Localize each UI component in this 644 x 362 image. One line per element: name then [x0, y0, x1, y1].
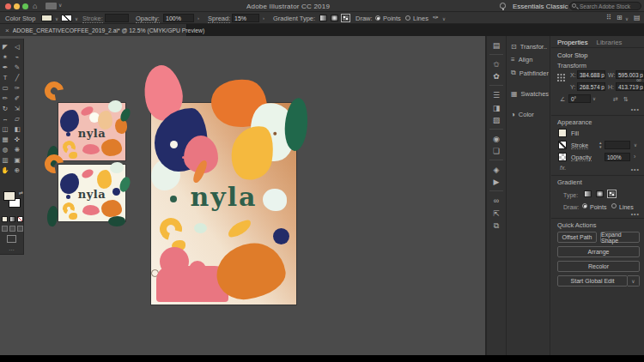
points-radio[interactable]	[582, 203, 587, 208]
links-panel-icon[interactable]: ∞	[489, 194, 503, 207]
draw-behind-icon[interactable]	[9, 226, 15, 232]
panel-button-align[interactable]: ≡ Align	[507, 53, 550, 66]
y-field[interactable]: 268.574 px	[577, 82, 605, 91]
draw-normal-icon[interactable]	[2, 226, 8, 232]
gradient-tool-icon[interactable]: ◧	[12, 124, 23, 134]
gradient-panel-icon[interactable]: ◨	[489, 101, 503, 114]
swap-fill-stroke-icon[interactable]: ⇄	[19, 190, 23, 196]
start-global-edit-button[interactable]: Start Global Edit	[557, 275, 628, 287]
libraries-panel-icon[interactable]: ⧉	[489, 220, 503, 232]
zoom-tool-icon[interactable]: ⊕	[12, 165, 23, 175]
expand-shape-button[interactable]: Expand Shape	[600, 232, 640, 243]
fill-swatch[interactable]	[558, 129, 567, 137]
discover-icon[interactable]	[500, 3, 506, 9]
linear-gradient-button[interactable]	[319, 15, 327, 21]
shape-orange-bottom[interactable]	[101, 139, 122, 156]
shape-yellow-dot[interactable]	[69, 213, 77, 220]
arrange-button[interactable]: Arrange	[557, 246, 640, 257]
flip-vertical-icon[interactable]: ⇅	[623, 96, 629, 103]
graphic-styles-panel-icon[interactable]: ❏	[489, 145, 503, 160]
panel-button-swatches[interactable]: ▦ Swatches	[507, 87, 550, 100]
shape-green-squiggle[interactable]	[46, 205, 58, 226]
close-tab-icon[interactable]: ×	[5, 27, 9, 34]
panel-button-pathfinder[interactable]: ⧉ Pathfinder	[507, 66, 550, 80]
zoom-window-button[interactable]	[22, 3, 28, 9]
expand-icon[interactable]: ›	[197, 15, 199, 21]
fill-color-swatch[interactable]	[3, 191, 15, 201]
lines-radio[interactable]	[405, 15, 410, 21]
x-field[interactable]: 384.688 px	[577, 70, 605, 79]
color-button[interactable]	[2, 216, 8, 222]
shape-yellow-squiggle[interactable]	[226, 217, 253, 239]
actions-panel-icon[interactable]: ▶	[489, 176, 503, 191]
tab-properties[interactable]: Properties	[557, 39, 588, 47]
panel-menu-icon[interactable]: ▤	[634, 14, 641, 21]
fill-swatch[interactable]	[41, 15, 52, 21]
business-card-2[interactable]: nyla	[58, 165, 125, 221]
hand-tool-icon[interactable]: ✋	[0, 165, 11, 175]
more-options-icon[interactable]: •••	[631, 166, 640, 172]
transparency-panel-icon[interactable]: ▨	[489, 114, 503, 130]
stroke-swatch[interactable]	[558, 141, 567, 149]
canvas[interactable]: ◤◁✶⌁✒✎T╱▭✑✏✐↻⇲↔▱◫◧▦✜◍❋▥▣✋⊕ ⇄ …	[0, 36, 644, 355]
stroke-panel-icon[interactable]: ☰	[489, 88, 503, 101]
document-setup-panel-icon[interactable]: ▤	[489, 39, 503, 55]
search-input[interactable]: Search Adobe Stock	[569, 2, 641, 10]
stroke-weight-field[interactable]	[105, 14, 129, 22]
shape-white-dot[interactable]	[170, 141, 178, 148]
stroke-weight-field[interactable]	[605, 141, 630, 149]
offset-path-button[interactable]: Offset Path	[557, 232, 597, 243]
rotate-tool-icon[interactable]: ↻	[0, 103, 11, 113]
flip-horizontal-icon[interactable]: ⇄	[613, 96, 618, 103]
fill-label[interactable]: Fill	[571, 130, 579, 136]
chevron-down-icon[interactable]: ∨	[592, 96, 596, 101]
opacity-field[interactable]: 100%	[163, 14, 194, 22]
panel-button-color[interactable]: ◑ Color	[507, 108, 550, 121]
close-window-button[interactable]	[5, 3, 11, 9]
reference-point-icon[interactable]	[557, 74, 565, 81]
shape-green-leaf[interactable]	[119, 107, 131, 123]
stepper-down-icon[interactable]: ▾	[599, 144, 602, 149]
shape-yellow-dot[interactable]	[69, 152, 77, 159]
shaper-tool-icon[interactable]: ✐	[12, 93, 23, 103]
points-radio[interactable]	[375, 15, 380, 21]
expand-icon[interactable]: ›	[263, 15, 264, 21]
minimize-window-button[interactable]	[14, 3, 20, 9]
eyedropper-tool-icon[interactable]: ✜	[12, 134, 23, 144]
shape-green-blob-right[interactable]	[283, 97, 310, 152]
shape-navy-circle[interactable]	[273, 228, 289, 244]
rectangle-tool-icon[interactable]: ▭	[0, 82, 11, 93]
pen-tool-icon[interactable]: ✒	[0, 62, 11, 72]
direct-selection-tool-icon[interactable]: ◁	[12, 41, 23, 51]
expand-icon[interactable]: ›	[634, 154, 635, 160]
tab-libraries[interactable]: Libraries	[597, 39, 623, 47]
shape-brown-dot[interactable]	[273, 131, 277, 136]
touch-workspace-icon[interactable]: ⠿	[606, 14, 611, 21]
export-panel-icon[interactable]: ⇱	[489, 207, 503, 220]
radial-gradient-button[interactable]	[331, 15, 338, 21]
rotation-field[interactable]: 0°	[568, 94, 591, 103]
scale-tool-icon[interactable]: ⇲	[12, 103, 23, 113]
gradient-button[interactable]	[9, 216, 15, 222]
curvature-tool-icon[interactable]: ✎	[12, 62, 23, 72]
blend-tool-icon[interactable]: ◍	[0, 144, 11, 154]
layers-panel-icon[interactable]: ◈	[489, 163, 503, 176]
document-switcher-icon[interactable]	[46, 3, 57, 9]
arrange-documents-icon[interactable]: ⊞	[617, 14, 623, 21]
freeform-gradient-button[interactable]	[342, 15, 349, 21]
shape-pink-bottom[interactable]	[82, 144, 100, 154]
shape-green-bottom[interactable]	[108, 216, 125, 226]
radial-gradient-button[interactable]	[596, 190, 604, 197]
free-transform-tool-icon[interactable]: ▱	[12, 113, 23, 124]
screen-mode-icon[interactable]	[7, 235, 16, 243]
shape-builder-tool-icon[interactable]: ◫	[0, 124, 11, 134]
draw-inside-icon[interactable]	[17, 226, 23, 232]
card-brand-text[interactable]: nyla	[58, 188, 125, 201]
effects-icon[interactable]: fx.	[560, 165, 566, 171]
global-edit-options-icon[interactable]: ∨	[628, 275, 640, 287]
type-tool-icon[interactable]: T	[0, 72, 11, 82]
poster-artboard[interactable]: nyla	[151, 103, 296, 305]
edit-toolbar-icon[interactable]: …	[9, 245, 15, 251]
brushes-panel-icon[interactable]: ✿	[489, 70, 503, 86]
freeform-gradient-button[interactable]	[608, 190, 616, 197]
